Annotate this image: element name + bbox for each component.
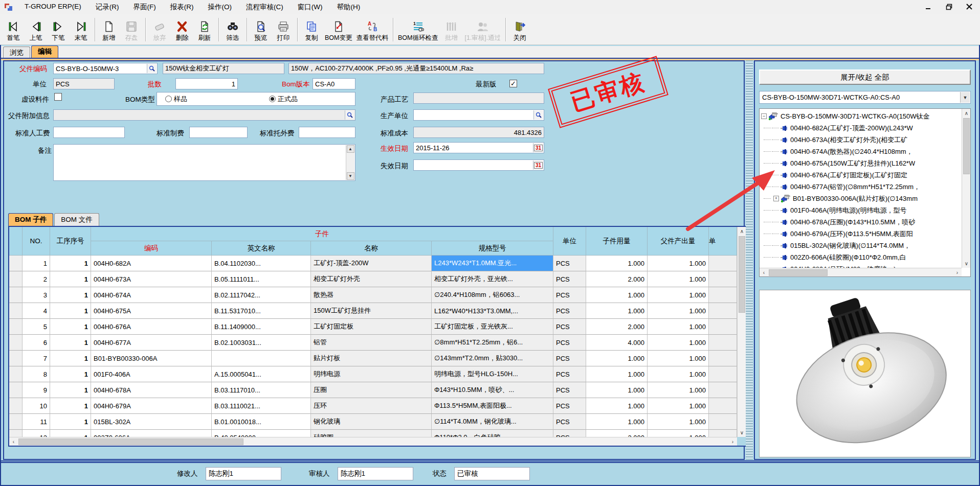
cell-op[interactable]: 1	[50, 256, 91, 271]
prod-unit-lookup-button[interactable]	[533, 110, 543, 120]
effective-date-calendar-button[interactable]: 31	[533, 143, 543, 152]
menu-item[interactable]: 流程审核(C)	[239, 1, 291, 13]
chevron-down-icon[interactable]: ▼	[960, 92, 970, 103]
toolbar-filter-button[interactable]: 筛选	[221, 16, 244, 43]
scroll-up-icon[interactable]: ∧	[962, 109, 971, 118]
table-row[interactable]: 91004H0-678AB.03.1117010...压圈Φ143*H10.5M…	[9, 382, 737, 398]
status-field[interactable]: 已审核	[454, 467, 530, 480]
cell-unit[interactable]: PCS	[553, 271, 586, 287]
cell-last[interactable]	[709, 319, 737, 335]
tree-item[interactable]: 004H0-680A(吊环)(M20、铁度镍。)	[760, 263, 962, 268]
cell-qty[interactable]: 1.000	[586, 303, 648, 319]
cell-out[interactable]: 1.000	[648, 271, 709, 287]
cell-qty[interactable]: 1.000	[586, 351, 648, 366]
tab-BOM 子件[interactable]: BOM 子件	[8, 213, 53, 226]
cell-out[interactable]: 1.000	[648, 414, 709, 430]
batch-field[interactable]: 1	[175, 78, 238, 89]
craft-field[interactable]	[413, 92, 544, 104]
cell-code[interactable]: 004H0-675A	[91, 303, 212, 319]
menu-item[interactable]: 记录(R)	[88, 1, 126, 13]
cell-name[interactable]: 明纬电源	[311, 366, 432, 382]
cell-code[interactable]: 004H0-677A	[91, 335, 212, 351]
toolbar-approve-button[interactable]: [1.审核].通过	[462, 16, 503, 43]
tab-编辑[interactable]: 编辑	[31, 45, 58, 58]
cell-no[interactable]: 4	[23, 303, 50, 319]
scroll-left-icon[interactable]: ‹	[760, 268, 768, 277]
toolbar-nav-prev-button[interactable]: 上笔	[25, 16, 47, 43]
toolbar-bom-loop-check-button[interactable]: 1BOM循环检查	[396, 16, 440, 43]
cell-no[interactable]: 2	[23, 271, 50, 287]
cell-name[interactable]: 150W工矿灯悬挂件	[311, 303, 432, 319]
unit-field[interactable]: PCS	[53, 78, 115, 89]
cell-unit[interactable]: PCS	[553, 256, 586, 271]
tab-BOM 文件[interactable]: BOM 文件	[54, 213, 99, 226]
cell-code[interactable]: 004H0-679A	[91, 398, 212, 414]
cell-no[interactable]: 3	[23, 287, 50, 303]
table-row[interactable]: 61004H0-677AB.02.1003031...铝管∅8mm*H51*T2…	[9, 335, 737, 351]
cell-code[interactable]: 001F0-406A	[91, 366, 212, 382]
scroll-right-icon[interactable]: ›	[953, 268, 962, 277]
menu-item[interactable]: T-GROUP ERP(E)	[17, 1, 88, 13]
expire-date-field[interactable]: 31	[413, 159, 544, 171]
restore-button[interactable]	[942, 1, 955, 12]
cell-no[interactable]: 6	[23, 335, 50, 351]
cell-unit[interactable]: PCS	[553, 319, 586, 335]
cell-name[interactable]: 钢化玻璃	[311, 414, 432, 430]
remark-field[interactable]: ▲ ▼	[53, 144, 355, 181]
cell-last[interactable]	[709, 271, 737, 287]
cell-qty[interactable]: 2.000	[586, 319, 648, 335]
cell-ind[interactable]	[9, 335, 23, 351]
cell-out[interactable]: 1.000	[648, 351, 709, 366]
cell-last[interactable]	[709, 382, 737, 398]
cell-no[interactable]: 11	[23, 414, 50, 430]
toolbar-discard-button[interactable]: 放弃	[148, 16, 171, 43]
cell-name[interactable]: 压环	[311, 398, 432, 414]
cell-op[interactable]: 1	[50, 382, 91, 398]
cell-ind[interactable]	[9, 414, 23, 430]
effective-date-field[interactable]: 2015-11-26 31	[413, 142, 544, 153]
cell-ind[interactable]	[9, 351, 23, 366]
cell-out[interactable]: 1.000	[648, 256, 709, 271]
cell-spec[interactable]: Φ143*H10.5MM，喷砂、...	[432, 382, 553, 398]
latest-version-checkbox[interactable]: ✓	[509, 80, 517, 87]
tree-item[interactable]: 004H0-677A(铝管)(∅8mm*H51*T2.25mm，	[760, 181, 962, 193]
cell-qty[interactable]: 1.000	[586, 287, 648, 303]
tree-item[interactable]: −CS-BYB-O-150MW-30D71-WCTKG-A0(150W钛金	[760, 110, 962, 122]
cell-ind[interactable]	[9, 256, 23, 271]
tree-item[interactable]: 001F0-406A(明纬电源)(明纬电源，型号	[760, 204, 962, 216]
cell-code[interactable]: 004H0-676A	[91, 319, 212, 335]
cell-unit[interactable]: PCS	[553, 414, 586, 430]
close-button[interactable]	[963, 1, 976, 12]
cell-op[interactable]: 1	[50, 414, 91, 430]
expire-date-calendar-button[interactable]: 31	[533, 160, 543, 170]
cell-no[interactable]: 9	[23, 382, 50, 398]
toolbar-bom-change-button[interactable]: BOM变更	[323, 16, 354, 43]
cell-qty[interactable]: 1.000	[586, 398, 648, 414]
cell-op[interactable]: 1	[50, 398, 91, 414]
table-row[interactable]: 71B01-BYB00330-006A贴片灯板∅143mm*T2.0mm，贴30…	[9, 351, 737, 366]
scroll-right-icon[interactable]: ›	[728, 437, 737, 446]
minimize-button[interactable]	[922, 1, 935, 12]
cell-out[interactable]: 1.000	[648, 366, 709, 382]
remark-scrollbar[interactable]: ▲ ▼	[346, 145, 354, 180]
scrollbar-thumb[interactable]	[739, 236, 745, 313]
std-outsource-field[interactable]	[299, 127, 355, 138]
cell-out[interactable]: 1.000	[648, 287, 709, 303]
parent-extra-info-lookup-button[interactable]	[345, 110, 354, 120]
cell-en[interactable]: B.11.5317010...	[212, 303, 311, 319]
cell-op[interactable]: 1	[50, 351, 91, 366]
parent-code-lookup-button[interactable]	[147, 64, 157, 73]
cell-op[interactable]: 1	[50, 319, 91, 335]
cell-last[interactable]	[709, 398, 737, 414]
cell-en[interactable]: B.05.1111011...	[212, 271, 311, 287]
toolbar-new-button[interactable]: 新增	[98, 16, 120, 43]
table-row[interactable]: 31004H0-674AB.02.1117042...散热器∅240.4*H10…	[9, 287, 737, 303]
cell-name[interactable]: 散热器	[311, 287, 432, 303]
cell-spec[interactable]: L243*W243*T1.0MM.亚光...	[432, 256, 553, 271]
cell-code[interactable]: 004H0-682A	[91, 256, 212, 271]
toolbar-nav-next-button[interactable]: 下笔	[47, 16, 70, 43]
auditor-field[interactable]: 陈志刚1	[338, 467, 413, 480]
bom-type-formal-radio[interactable]: 正式品	[269, 95, 298, 104]
cell-last[interactable]	[709, 287, 737, 303]
scrollbar-thumb[interactable]	[18, 438, 243, 445]
